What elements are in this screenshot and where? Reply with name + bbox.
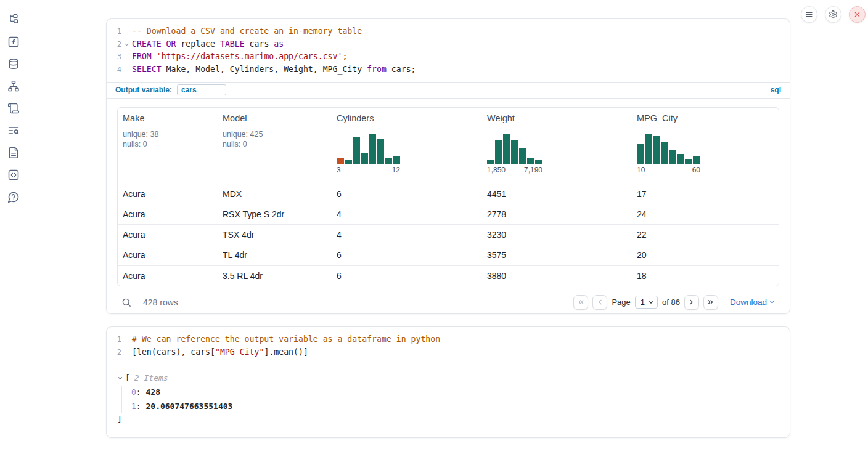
python-string: "MPG_City" [215,347,264,357]
code-line: 2 [len(cars), cars["MPG_City"].mean()] [107,346,790,359]
mpg-city-histogram[interactable]: 10 60 [637,133,700,174]
column-header-make[interactable]: Make unique: 38 nulls: 0 [118,108,218,184]
row-count: 428 rows [143,297,178,307]
item-value: 428 [145,387,160,397]
hist-max-label: 60 [692,166,700,174]
table-footer: 428 rows Page 1 of 86 [117,286,779,310]
download-button[interactable]: Download [730,297,776,307]
page-select[interactable]: 1 [635,296,658,309]
line-number: 2 [107,38,121,51]
hist-min-label: 10 [637,166,645,174]
file-tree-icon[interactable] [7,14,20,26]
line-number: 1 [107,25,121,38]
page-label: Page [612,297,630,307]
hist-max-label: 12 [392,166,400,174]
close-icon[interactable] [849,6,866,23]
column-header-mpg-city[interactable]: MPG_City 10 60 [632,108,779,184]
close-bracket: ] [117,413,790,426]
python-comment: # We can reference the output variable a… [132,334,440,344]
code-line: 2 CREATE OR replace TABLE cars as [107,38,790,51]
sql-keyword: as [274,39,284,49]
line-number: 3 [107,51,121,63]
result-table: Make unique: 38 nulls: 0 Model unique: 4… [117,107,779,286]
python-output-tree: [ 2 Items 0: 428 1: 20.060747663551403 ] [107,365,790,426]
line-number: 1 [107,333,121,346]
sidebar [0,0,27,449]
search-icon[interactable] [121,297,132,308]
code-line: 1 # We can reference the output variable… [107,333,790,346]
hist-min-label: 1,850 [487,166,506,174]
sql-keyword: FROM [132,52,152,61]
output-variable-label: Output variable: [115,86,172,94]
unique-stat: unique: 425 [223,129,327,140]
sql-keyword: SELECT [132,65,162,74]
chevron-down-icon [648,299,654,305]
column-header-weight[interactable]: Weight 1,850 7,190 [482,108,632,184]
sql-output: Make unique: 38 nulls: 0 Model unique: 4… [107,99,790,310]
table-header-row: Make unique: 38 nulls: 0 Model unique: 4… [118,108,779,184]
weight-histogram[interactable]: 1,850 7,190 [487,133,542,174]
sql-code-editor[interactable]: 1 -- Download a CSV and create an in-mem… [107,19,790,82]
scroll-icon[interactable] [7,102,20,115]
sql-keyword: OR [166,39,176,49]
output-variable-input[interactable] [177,84,226,95]
line-number: 2 [107,346,121,359]
sql-cell: 1 -- Download a CSV and create an in-mem… [106,18,790,314]
items-count-label: 2 Items [134,373,168,382]
sql-keyword: CREATE [132,39,162,49]
code-snippet-icon[interactable] [7,169,20,181]
log-search-icon[interactable] [7,124,20,137]
sql-string: 'https://datasets.marimo.app/cars.csv' [157,52,343,61]
notebook-controls [801,6,866,23]
table-row[interactable]: Acura MDX 6 4451 17 [118,184,779,204]
open-bracket: [ [125,373,130,382]
code-line: 4 SELECT Make, Model, Cylinders, Weight,… [107,63,790,76]
python-cell: 1 # We can reference the output variable… [106,326,790,438]
last-page-icon[interactable] [703,295,718,310]
sql-keyword: from [367,65,387,74]
settings-gear-icon[interactable] [825,6,841,23]
list-item: 1: 20.060747663551403 [131,400,790,414]
dependency-graph-icon[interactable] [7,80,20,92]
database-icon[interactable] [7,58,20,70]
page-total-label: of 86 [662,297,680,307]
unique-stat: unique: 38 [123,129,213,140]
output-variable-bar: Output variable: sql [107,82,790,99]
line-number: 4 [107,63,121,76]
column-header-model[interactable]: Model unique: 425 nulls: 0 [218,108,332,184]
table-row[interactable]: Acura 3.5 RL 4dr 6 3880 18 [118,265,779,286]
nulls-stat: nulls: 0 [123,139,213,150]
next-page-icon[interactable] [684,295,699,310]
pagination: Page 1 of 86 Download [573,295,776,310]
hist-min-label: 3 [337,166,341,174]
code-line: 1 -- Download a CSV and create an in-mem… [107,25,790,38]
nulls-stat: nulls: 0 [223,139,327,150]
hist-max-label: 7,190 [524,166,542,174]
fold-chevron-icon[interactable] [121,38,132,47]
document-icon[interactable] [7,147,20,159]
sql-keyword: TABLE [220,39,245,49]
table-row[interactable]: Acura TL 4dr 6 3575 20 [118,245,779,265]
sql-comment: -- Download a CSV and create an in-memor… [132,26,362,36]
menu-icon[interactable] [801,6,817,23]
list-item: 0: 428 [131,386,790,400]
first-page-icon[interactable] [573,295,588,310]
column-header-cylinders[interactable]: Cylinders 3 12 [332,108,482,184]
function-square-icon[interactable] [7,36,20,48]
prev-page-icon[interactable] [592,295,607,310]
cylinders-histogram[interactable]: 3 12 [337,133,400,174]
item-index: 0 [131,387,136,397]
item-index: 1 [131,402,136,411]
table-row[interactable]: Acura TSX 4dr 4 3230 22 [118,224,779,245]
collapse-chevron-icon[interactable] [117,375,123,381]
language-badge: sql [771,86,781,94]
chevron-down-icon [769,299,776,305]
python-code-editor[interactable]: 1 # We can reference the output variable… [107,327,790,365]
code-line: 3 FROM 'https://datasets.marimo.app/cars… [107,51,790,63]
table-row[interactable]: Acura RSX Type S 2dr 4 2778 24 [118,204,779,224]
help-icon[interactable] [7,191,20,203]
item-value: 20.060747663551403 [145,402,232,411]
